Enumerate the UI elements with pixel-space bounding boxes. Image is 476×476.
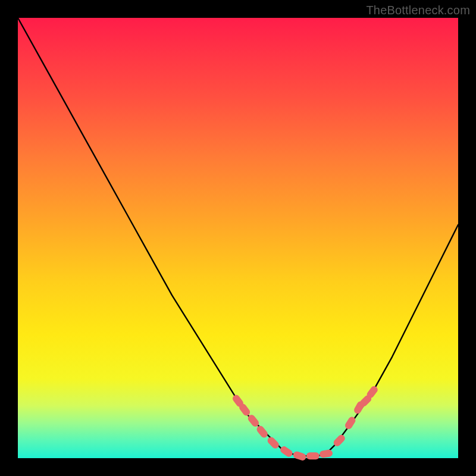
marker — [306, 452, 320, 459]
marker — [279, 445, 294, 458]
marker — [319, 449, 333, 458]
marker — [255, 424, 269, 439]
curve-layer — [18, 18, 458, 458]
bottleneck-curve — [18, 18, 458, 456]
marker — [266, 436, 280, 450]
attribution-text: TheBottleneck.com — [366, 4, 470, 17]
highlight-markers — [231, 385, 380, 462]
plot-area — [18, 18, 458, 458]
chart-frame: TheBottleneck.com — [0, 0, 476, 476]
marker — [292, 450, 307, 461]
